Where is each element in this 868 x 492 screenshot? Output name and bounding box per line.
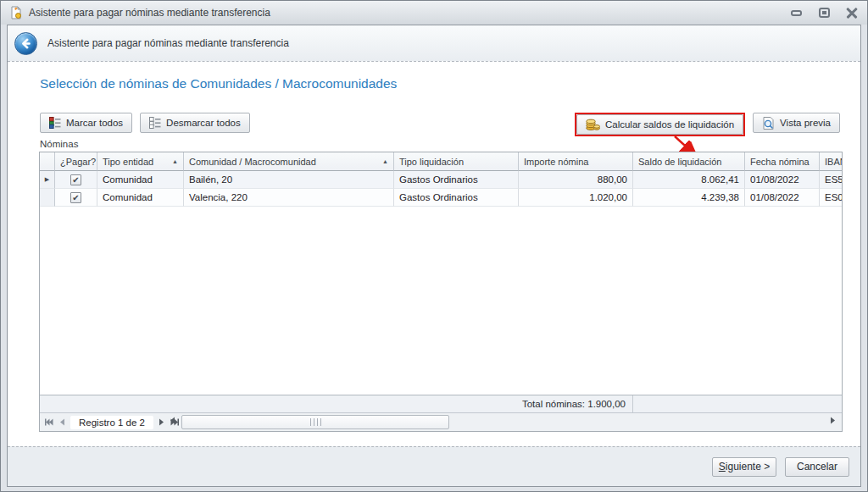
previous-record-button[interactable] — [58, 418, 65, 426]
column-header-pagar[interactable]: ¿Pagar? — [55, 152, 97, 171]
vista-previa-button[interactable]: Vista previa — [753, 113, 840, 133]
grid-empty-area — [40, 207, 842, 395]
wizard-header-title: Asistente para pagar nóminas mediante tr… — [47, 37, 289, 49]
grid-header-row: ¿Pagar?Tipo entidad▲Comunidad / Macrocom… — [40, 152, 842, 171]
calcular-saldos-label: Calcular saldos de liquidación — [605, 119, 734, 130]
marcar-todos-button[interactable]: Marcar todos — [40, 113, 132, 133]
cancelar-label: Cancelar — [797, 461, 837, 473]
siguiente-button[interactable]: Siguiente > — [712, 457, 776, 477]
wizard-panel: Asistente para pagar nóminas mediante tr… — [7, 25, 861, 487]
siguiente-label: iguiente > — [726, 461, 770, 473]
cell-tipo_entidad: Comunidad — [97, 171, 184, 189]
cell-pagar: ✔ — [55, 171, 97, 189]
scroll-right-icon — [830, 417, 837, 424]
pagar-checkbox[interactable]: ✔ — [70, 174, 81, 185]
back-button[interactable] — [14, 32, 37, 55]
table-row[interactable]: ▶✔ComunidadBailén, 20Gastos Ordinarios88… — [40, 171, 842, 189]
back-arrow-icon — [19, 37, 32, 50]
close-button[interactable] — [845, 7, 859, 19]
column-header-saldo[interactable]: Saldo de liquidación — [633, 152, 745, 171]
cell-comunidad: Valencia, 220 — [184, 189, 394, 207]
window-title: Asistente para pagar nóminas mediante tr… — [29, 7, 270, 19]
toolbar-left-group: Marcar todos Desmarcar todos — [40, 113, 250, 133]
column-header-comunidad[interactable]: Comunidad / Macrocomunidad▲ — [184, 152, 394, 171]
minimize-icon — [791, 10, 802, 16]
record-position-label: Registro 1 de 2 — [70, 416, 153, 429]
cell-tipo_liquidacion: Gastos Ordinarios — [394, 189, 519, 207]
column-header-tipo_liquidacion[interactable]: Tipo liquidación — [394, 152, 519, 171]
close-icon — [846, 7, 858, 19]
horizontal-scrollbar-thumb[interactable] — [181, 415, 449, 429]
cell-comunidad: Bailén, 20 — [184, 171, 394, 189]
table-row[interactable]: ✔ComunidadValencia, 220Gastos Ordinarios… — [40, 189, 842, 207]
grid-summary-row: Total nóminas: 1.900,00 — [40, 395, 842, 412]
scroll-left-icon — [169, 417, 175, 424]
pagar-checkbox[interactable]: ✔ — [70, 192, 81, 203]
sort-ascending-icon: ▲ — [379, 158, 388, 164]
wizard-header: Asistente para pagar nóminas mediante tr… — [8, 25, 860, 62]
first-record-icon — [44, 418, 53, 426]
cell-indicator — [40, 189, 55, 207]
cell-fecha: 01/08/2022 — [745, 189, 820, 207]
nominas-grid: ¿Pagar?Tipo entidad▲Comunidad / Macrocom… — [39, 152, 843, 432]
cell-iban: ES50 — [820, 171, 843, 189]
calcular-saldos-button[interactable]: Calcular saldos de liquidación — [576, 114, 743, 135]
cell-tipo_liquidacion: Gastos Ordinarios — [394, 171, 519, 189]
next-record-button[interactable] — [159, 418, 165, 426]
coins-icon — [586, 119, 600, 130]
column-header-indicator — [40, 152, 55, 171]
checklist-checked-icon — [49, 117, 61, 129]
cell-iban: ES04 — [820, 189, 843, 207]
cell-importe: 1.020,00 — [519, 189, 633, 207]
title-bar: Asistente para pagar nóminas mediante tr… — [1, 1, 867, 25]
cell-fecha: 01/08/2022 — [745, 171, 820, 189]
column-header-importe[interactable]: Importe nómina — [519, 152, 633, 171]
toolbar: Marcar todos Desmarcar todos — [40, 113, 840, 136]
scroll-right-button[interactable] — [830, 417, 837, 424]
scrollbar-grip — [310, 418, 321, 426]
desmarcar-todos-button[interactable]: Desmarcar todos — [140, 113, 250, 133]
next-record-icon — [159, 418, 165, 426]
minimize-button[interactable] — [789, 7, 803, 19]
siguiente-accel: S — [719, 461, 726, 473]
total-nominas: Total nóminas: 1.900,00 — [40, 395, 633, 412]
window-controls — [789, 7, 859, 19]
checklist-unchecked-icon — [149, 117, 161, 129]
maximize-icon — [819, 8, 830, 18]
previous-record-icon — [58, 418, 65, 426]
cell-importe: 880,00 — [519, 171, 633, 189]
column-header-iban[interactable]: IBAN — [820, 152, 843, 171]
cell-tipo_entidad: Comunidad — [97, 189, 184, 207]
app-icon — [9, 6, 23, 19]
grid-label: Nóminas — [40, 139, 78, 149]
marcar-todos-label: Marcar todos — [66, 118, 123, 128]
scroll-left-button[interactable] — [169, 417, 175, 424]
page-title: Selección de nóminas de Comunidades / Ma… — [40, 76, 397, 91]
column-header-tipo_entidad[interactable]: Tipo entidad▲ — [97, 152, 184, 171]
sort-ascending-icon: ▲ — [169, 158, 178, 164]
first-record-button[interactable] — [44, 418, 53, 426]
toolbar-right-group: Calcular saldos de liquidación Vista pre… — [575, 113, 840, 136]
current-row-indicator-icon: ▶ — [45, 176, 49, 183]
cell-pagar: ✔ — [55, 189, 97, 207]
column-header-fecha[interactable]: Fecha nómina — [745, 152, 820, 171]
wizard-window: Asistente para pagar nóminas mediante tr… — [0, 0, 868, 492]
maximize-button[interactable] — [817, 7, 831, 19]
footer-bar: Siguiente > Cancelar — [8, 446, 860, 486]
cancelar-button[interactable]: Cancelar — [785, 457, 849, 477]
grid-body: ▶✔ComunidadBailén, 20Gastos Ordinarios88… — [40, 171, 842, 207]
annotation-highlight-box: Calcular saldos de liquidación — [575, 113, 745, 136]
cell-saldo: 4.239,38 — [633, 189, 745, 207]
vista-previa-label: Vista previa — [780, 118, 831, 128]
grid-navigation-bar: Registro 1 de 2 — [40, 412, 842, 431]
print-preview-icon — [762, 117, 775, 130]
cell-saldo: 8.062,41 — [633, 171, 745, 189]
desmarcar-todos-label: Desmarcar todos — [166, 118, 241, 128]
cell-indicator: ▶ — [40, 171, 55, 189]
